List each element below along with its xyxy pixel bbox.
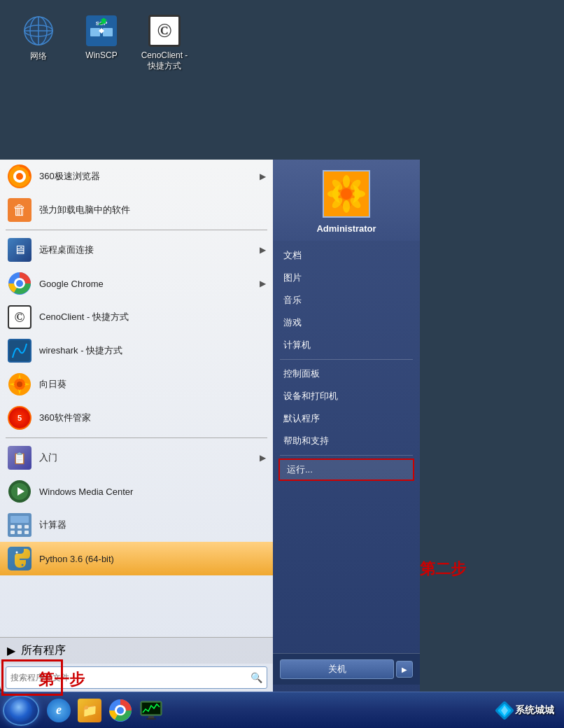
svg-point-5 — [24, 17, 52, 45]
right-menu-item-help[interactable]: 帮助和支持 — [273, 430, 420, 452]
network-label: 网络 — [30, 50, 47, 62]
svg-rect-29 — [17, 525, 22, 528]
right-menu-divider-2 — [280, 455, 413, 456]
taskbar-icon-chrome[interactable] — [106, 696, 134, 724]
taskbar-icon-monitor[interactable] — [137, 696, 165, 724]
winscp-label: WinSCP — [85, 50, 117, 60]
system-tray: 系统城 城 — [494, 700, 561, 721]
start-menu-left-panel: 360极速浏览器 ▶ 🗑 强力卸载电脑中的软件 🖥 — [0, 160, 273, 692]
menu-item-360mgr[interactable]: 5 360软件管家 — [0, 401, 273, 435]
svg-point-41 — [343, 175, 350, 188]
menu-item-chrome-label: Google Chrome — [39, 279, 260, 289]
menu-item-uninstall[interactable]: 🗑 强力卸载电脑中的软件 — [0, 193, 273, 227]
cenoclient-label: CenoClient - 快捷方式 — [141, 50, 188, 72]
all-programs-item[interactable]: ▶ 所有程序 — [0, 637, 273, 664]
svg-point-42 — [343, 200, 350, 213]
right-menu-item-documents[interactable]: 文档 — [273, 244, 420, 267]
svg-rect-27 — [10, 516, 29, 523]
menu-item-remote-label: 远程桌面连接 — [39, 244, 260, 256]
menu-item-cenoclient-label: CenoClient - 快捷方式 — [39, 311, 266, 323]
getstarted-arrow-icon: ▶ — [260, 453, 266, 463]
desktop-icon-network[interactable]: 网络 — [14, 14, 63, 72]
360browser-icon — [7, 164, 32, 189]
all-programs-label: 所有程序 — [21, 643, 66, 658]
right-menu-item-music[interactable]: 音乐 — [273, 289, 420, 312]
user-avatar — [323, 170, 370, 218]
right-menu-items: 文档 图片 音乐 游戏 计算机 控制面 — [273, 241, 420, 653]
monitor-icon — [139, 699, 163, 722]
shutdown-arrow-button[interactable]: ▶ — [396, 661, 413, 678]
360mgr-icon: 5 — [7, 405, 32, 430]
winscp-icon: SCP — [85, 14, 118, 48]
svg-rect-7 — [90, 28, 100, 36]
menu-item-cenoclient[interactable]: © CenoClient - 快捷方式 — [0, 300, 273, 334]
svg-point-40 — [341, 188, 352, 200]
remote-arrow-icon: ▶ — [260, 245, 266, 255]
start-orb — [10, 699, 32, 722]
menu-item-remote[interactable]: 🖥 远程桌面连接 ▶ — [0, 233, 273, 267]
right-menu-item-pictures[interactable]: 图片 — [273, 267, 420, 289]
systongcheng-suffix: 城 — [544, 704, 554, 717]
menu-item-calc-label: 计算器 — [39, 519, 266, 531]
svg-point-22 — [17, 382, 22, 387]
wmc-icon — [7, 479, 32, 504]
svg-point-51 — [117, 707, 124, 714]
shutdown-button[interactable]: 关机 — [280, 659, 394, 679]
menu-item-wmc[interactable]: Windows Media Center — [0, 475, 273, 508]
menu-item-uninstall-label: 强力卸载电脑中的软件 — [39, 204, 266, 216]
menu-item-chrome[interactable]: Google Chrome ▶ — [0, 267, 273, 300]
desktop-icon-winscp[interactable]: SCP WinSCP — [77, 14, 126, 72]
right-menu-item-games[interactable]: 游戏 — [273, 312, 420, 334]
chrome-taskbar-icon — [108, 699, 132, 722]
taskbar-icon-ie[interactable]: e — [45, 696, 73, 724]
network-icon — [22, 14, 55, 48]
right-menu-item-run[interactable]: 运行... — [279, 458, 414, 481]
menu-item-python[interactable]: Python 3.6 (64-bit) — [0, 542, 273, 575]
annotation-step2: 第二步 — [420, 559, 466, 580]
svg-rect-31 — [10, 531, 15, 534]
start-button[interactable] — [3, 695, 39, 726]
svg-rect-55 — [146, 718, 156, 720]
menu-items-list: 360极速浏览器 ▶ 🗑 强力卸载电脑中的软件 🖥 — [0, 160, 273, 637]
systongcheng-logo: 系统城 城 — [494, 700, 554, 721]
python-icon — [7, 546, 32, 571]
uninstall-icon: 🗑 — [7, 197, 32, 223]
svg-point-36 — [22, 564, 24, 566]
wireshark-icon — [7, 338, 32, 363]
menu-item-sunflower[interactable]: 向日葵 — [0, 368, 273, 401]
svg-rect-33 — [24, 531, 29, 534]
desktop-icons-area: 网络 SCP WinSCP © — [0, 0, 203, 86]
menu-item-getstarted-label: 入门 — [39, 451, 260, 464]
getstarted-icon: 📋 — [7, 445, 32, 470]
start-menu-overlay: 360极速浏览器 ▶ 🗑 强力卸载电脑中的软件 🖥 — [0, 160, 420, 692]
cenoclient-menu-icon: © — [7, 304, 32, 330]
sunflower-icon — [7, 372, 32, 397]
desktop-icon-cenoclient[interactable]: © CenoClient - 快捷方式 — [140, 14, 189, 72]
right-menu-item-devices[interactable]: 设备和打印机 — [273, 385, 420, 407]
menu-item-360mgr-label: 360软件管家 — [39, 412, 266, 424]
taskbar-icon-explorer[interactable]: 📁 — [76, 696, 104, 724]
chrome-menu-icon — [7, 271, 32, 296]
calc-icon — [7, 512, 32, 538]
menu-item-wmc-label: Windows Media Center — [39, 486, 266, 497]
systongcheng-diamond-icon — [494, 700, 515, 721]
start-menu: 360极速浏览器 ▶ 🗑 强力卸载电脑中的软件 🖥 — [0, 160, 420, 692]
right-menu-item-defaultprograms[interactable]: 默认程序 — [273, 407, 420, 430]
menu-item-wireshark-label: wireshark - 快捷方式 — [39, 344, 266, 357]
menu-item-python-label: Python 3.6 (64-bit) — [39, 554, 266, 564]
chevron-right-icon: ▶ — [402, 666, 407, 673]
right-menu-item-controlpanel[interactable]: 控制面板 — [273, 363, 420, 385]
menu-item-calc[interactable]: 计算器 — [0, 508, 273, 542]
start-menu-right-panel: Administrator 文档 图片 音乐 游戏 — [273, 160, 420, 692]
user-avatar-img — [324, 172, 369, 216]
desktop: 网络 SCP WinSCP © — [0, 0, 564, 728]
systongcheng-text: 系统城 — [515, 704, 544, 717]
menu-item-wireshark[interactable]: wireshark - 快捷方式 — [0, 334, 273, 368]
remote-icon: 🖥 — [7, 237, 32, 262]
menu-divider-1 — [6, 230, 267, 230]
right-menu-item-computer[interactable]: 计算机 — [273, 334, 420, 356]
user-name: Administrator — [316, 223, 376, 234]
menu-item-getstarted[interactable]: 📋 入门 ▶ — [0, 441, 273, 475]
search-icon: 🔍 — [251, 672, 262, 683]
menu-item-360browser[interactable]: 360极速浏览器 ▶ — [0, 160, 273, 193]
